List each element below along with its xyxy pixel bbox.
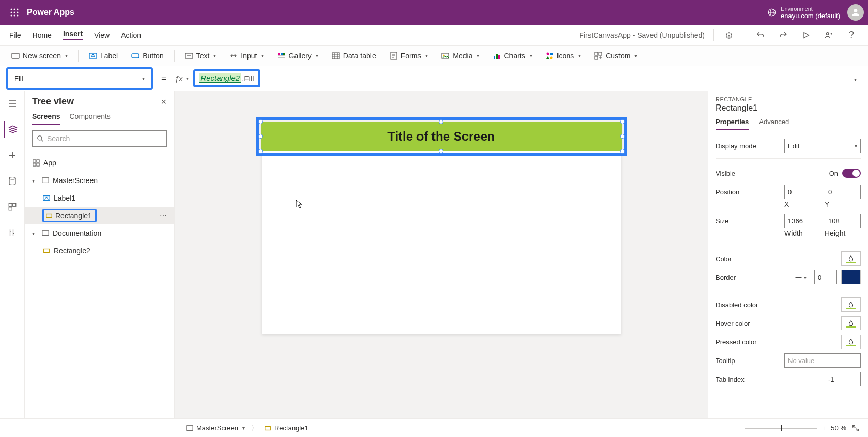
hamburger-icon[interactable]	[4, 95, 21, 112]
position-x-input[interactable]: 0	[784, 185, 820, 199]
data-icon[interactable]	[4, 173, 21, 189]
zoom-slider[interactable]	[745, 428, 817, 429]
resize-handle[interactable]	[258, 134, 263, 139]
tab-properties[interactable]: Properties	[716, 118, 749, 130]
formula-input[interactable]	[266, 78, 843, 79]
menu-home[interactable]: Home	[33, 31, 52, 39]
resize-handle[interactable]	[439, 119, 443, 124]
resize-handle[interactable]	[258, 119, 263, 124]
resize-handle[interactable]	[439, 149, 443, 154]
share-icon[interactable]	[822, 28, 836, 42]
border-color-picker[interactable]	[841, 270, 861, 284]
property-selector[interactable]: Fill ▾	[10, 71, 149, 86]
svg-point-36	[9, 177, 16, 180]
media-button[interactable]: Media▾	[436, 50, 484, 62]
input-button[interactable]: Input▾	[224, 50, 269, 62]
menu-action[interactable]: Action	[121, 31, 141, 39]
charts-button[interactable]: Charts▾	[488, 50, 537, 62]
hover-color-label: Hover color	[716, 320, 841, 327]
media-pane-icon[interactable]	[4, 199, 21, 215]
position-y-input[interactable]: 0	[825, 185, 861, 199]
text-label: Text	[196, 52, 210, 60]
height-input[interactable]: 108	[825, 214, 861, 228]
pressed-color-picker[interactable]	[841, 335, 861, 349]
tab-screens[interactable]: Screens	[32, 112, 60, 125]
border-width-input[interactable]: 0	[814, 270, 837, 284]
resize-handle[interactable]	[620, 119, 625, 124]
control-name[interactable]: Rectangle1	[716, 103, 861, 113]
tree-node-highlight: Rectangle1	[42, 209, 97, 222]
breadcrumb-screen[interactable]: MasterScreen ▾	[180, 424, 251, 432]
redo-icon[interactable]	[776, 28, 791, 42]
rectangle1-control[interactable]: Title of the Screen	[261, 122, 622, 151]
help-icon[interactable]: ?	[844, 28, 859, 42]
icons-button[interactable]: Icons▾	[540, 50, 586, 62]
menu-view[interactable]: View	[94, 31, 110, 39]
gallery-button[interactable]: Gallery▾	[272, 50, 323, 62]
resize-handle[interactable]	[620, 149, 625, 154]
screen-icon	[41, 229, 50, 237]
chevron-down-icon: ▾	[142, 76, 145, 81]
label-button[interactable]: Label	[84, 50, 123, 62]
fx-label[interactable]: ƒx▾	[175, 74, 189, 83]
screen-icon	[41, 176, 50, 185]
data-table-button[interactable]: Data table	[327, 50, 381, 62]
tree-search-input[interactable]: Search	[32, 130, 167, 147]
chevron-down-icon[interactable]: ▾	[32, 231, 38, 236]
properties-panel: RECTANGLE Rectangle1 Properties Advanced…	[708, 91, 868, 418]
formula-expand-icon[interactable]: ▾	[848, 74, 862, 83]
tools-icon[interactable]	[4, 224, 21, 241]
tree-node-label1[interactable]: Label1	[25, 189, 174, 207]
tab-advanced[interactable]: Advanced	[759, 118, 789, 130]
color-picker[interactable]	[841, 251, 861, 266]
play-icon[interactable]	[799, 28, 813, 42]
app-launcher-icon[interactable]	[4, 8, 25, 17]
canvas-screen[interactable]: Title of the Screen	[262, 122, 621, 334]
button-button[interactable]: Button	[126, 50, 168, 62]
menu-insert[interactable]: Insert	[63, 29, 83, 40]
width-input[interactable]: 1366	[784, 214, 820, 228]
hover-color-picker[interactable]	[841, 316, 861, 330]
display-mode-label: Display mode	[716, 142, 784, 150]
svg-rect-31	[550, 53, 553, 55]
tab-components[interactable]: Components	[69, 112, 110, 125]
visible-toggle[interactable]	[842, 169, 861, 178]
formula-reference[interactable]: Rectangle2	[199, 73, 241, 83]
resize-handle[interactable]	[620, 134, 625, 139]
border-style-select[interactable]: — ▾	[792, 270, 810, 284]
new-screen-label: New screen	[23, 52, 61, 60]
undo-icon[interactable]	[753, 28, 768, 42]
breadcrumb-selection[interactable]: Rectangle1	[258, 424, 315, 432]
zoom-in-icon[interactable]: +	[822, 424, 826, 432]
insert-pane-icon[interactable]	[4, 147, 21, 163]
svg-point-2	[17, 9, 19, 10]
display-mode-select[interactable]: Edit▾	[784, 139, 861, 153]
menu-file[interactable]: File	[9, 31, 21, 39]
custom-label: Custom	[606, 52, 630, 60]
tree-view-icon[interactable]	[4, 121, 21, 138]
environment-picker[interactable]: Environment enayu.com (default)	[767, 6, 840, 20]
tabindex-input[interactable]: -1	[825, 372, 861, 386]
tree-label: App	[43, 159, 56, 167]
disabled-color-picker[interactable]	[841, 297, 861, 312]
custom-button[interactable]: Custom▾	[589, 50, 642, 62]
user-avatar[interactable]	[847, 4, 864, 21]
tooltip-input[interactable]: No value	[784, 353, 861, 368]
tree-node-master-screen[interactable]: ▾ MasterScreen	[25, 172, 174, 189]
close-icon[interactable]: ✕	[161, 98, 167, 106]
canvas-area[interactable]: Title of the Screen	[175, 91, 708, 418]
tree-node-rectangle2[interactable]: Rectangle2	[25, 242, 174, 260]
text-button[interactable]: Text▾	[180, 50, 222, 62]
resize-handle[interactable]	[258, 149, 263, 154]
zoom-out-icon[interactable]: −	[735, 424, 739, 432]
tree-node-rectangle1[interactable]: Rectangle1 ⋯	[25, 207, 174, 224]
chevron-down-icon[interactable]: ▾	[32, 178, 38, 184]
fit-to-window-icon[interactable]	[851, 424, 860, 432]
tree-node-app[interactable]: App	[25, 154, 174, 172]
tree-node-documentation[interactable]: ▾ Documentation	[25, 224, 174, 242]
more-menu-icon[interactable]: ⋯	[160, 212, 170, 220]
forms-button[interactable]: Forms▾	[384, 50, 433, 62]
new-screen-button[interactable]: New screen▾	[6, 50, 73, 62]
app-checker-icon[interactable]	[722, 28, 736, 42]
formula-suffix[interactable]: .Fill	[242, 74, 254, 83]
